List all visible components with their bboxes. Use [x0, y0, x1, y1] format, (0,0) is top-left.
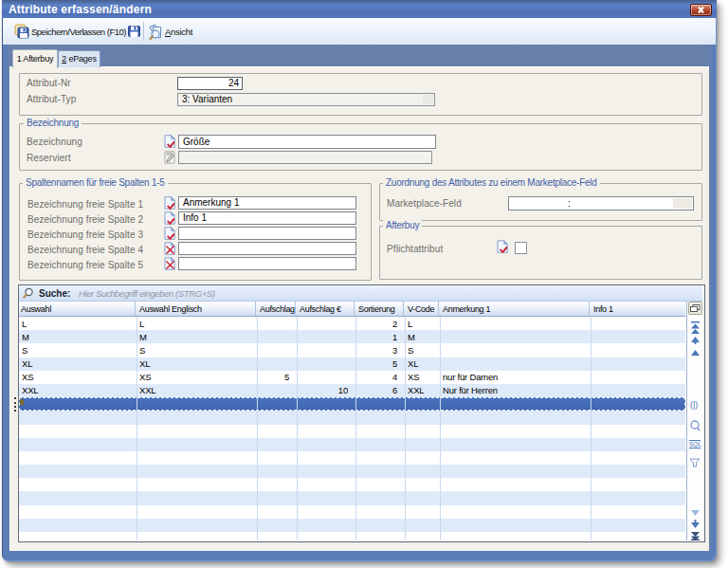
svg-text:SQL: SQL [689, 441, 701, 449]
svg-text:(|): (|) [690, 400, 698, 410]
